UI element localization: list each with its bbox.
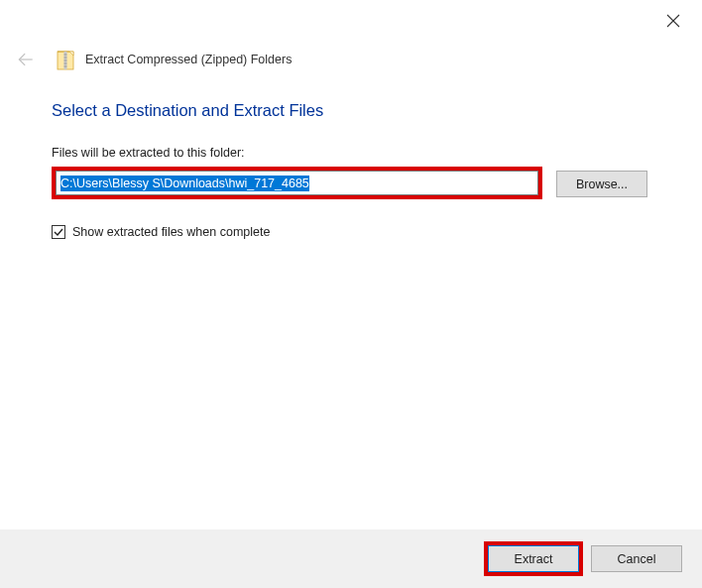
wizard-header: Extract Compressed (Zipped) Folders: [0, 40, 702, 79]
extract-button[interactable]: Extract: [488, 545, 579, 572]
cancel-button[interactable]: Cancel: [591, 545, 682, 572]
destination-input[interactable]: C:\Users\Blessy S\Downloads\hwi_717_4685: [56, 171, 538, 195]
show-extracted-checkbox[interactable]: [52, 225, 65, 239]
back-arrow-icon: [14, 48, 38, 71]
close-icon[interactable]: [666, 14, 680, 28]
page-heading: Select a Destination and Extract Files: [52, 101, 650, 120]
content-area: Select a Destination and Extract Files F…: [0, 79, 702, 239]
show-extracted-label: Show extracted files when complete: [72, 225, 270, 239]
destination-label: Files will be extracted to this folder:: [52, 146, 650, 160]
browse-button[interactable]: Browse...: [556, 171, 647, 197]
destination-highlight: C:\Users\Blessy S\Downloads\hwi_717_4685: [52, 167, 542, 199]
zipped-folder-icon: [56, 48, 75, 71]
wizard-title: Extract Compressed (Zipped) Folders: [85, 53, 292, 66]
show-extracted-row: Show extracted files when complete: [52, 225, 650, 239]
destination-input-value: C:\Users\Blessy S\Downloads\hwi_717_4685: [60, 176, 309, 191]
extract-highlight: Extract: [484, 541, 583, 576]
titlebar: [0, 0, 702, 40]
footer: Extract Cancel: [0, 529, 702, 588]
destination-row: C:\Users\Blessy S\Downloads\hwi_717_4685…: [52, 167, 650, 199]
